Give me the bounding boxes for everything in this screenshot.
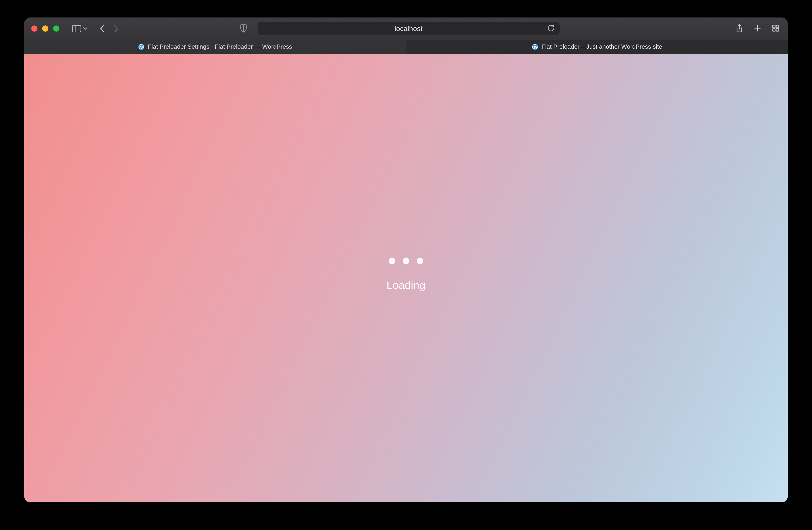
sidebar-toggle-button[interactable] xyxy=(72,25,87,32)
preloader-dots xyxy=(389,257,423,264)
reload-button[interactable] xyxy=(548,25,554,33)
preloader-dot xyxy=(403,257,409,264)
preloader-dot xyxy=(389,257,395,264)
preloader-dot xyxy=(417,257,423,264)
window-controls xyxy=(31,25,59,32)
tab-overview-button[interactable] xyxy=(772,25,779,33)
new-tab-button[interactable] xyxy=(754,25,761,33)
back-button[interactable] xyxy=(99,25,104,33)
chevron-down-icon xyxy=(83,27,87,30)
navigation-buttons xyxy=(99,25,119,33)
safari-toolbar: localhost xyxy=(24,17,788,40)
grid-icon xyxy=(772,25,779,32)
svg-rect-0 xyxy=(72,25,81,32)
tab-label: Flat Preloader – Just another WordPress … xyxy=(541,43,662,50)
wordpress-icon xyxy=(532,44,538,50)
window-close-button[interactable] xyxy=(31,25,38,32)
shield-icon xyxy=(240,24,247,33)
svg-rect-4 xyxy=(773,29,775,31)
safari-window: localhost xyxy=(24,17,788,502)
tab-strip: Flat Preloader Settings ‹ Flat Preloader… xyxy=(24,40,788,54)
reload-icon xyxy=(548,25,554,32)
plus-icon xyxy=(754,25,761,32)
chevron-right-icon xyxy=(114,25,119,33)
url-host: localhost xyxy=(395,25,422,33)
forward-button[interactable] xyxy=(114,25,119,33)
svg-rect-2 xyxy=(773,25,775,28)
tab-settings[interactable]: Flat Preloader Settings ‹ Flat Preloader… xyxy=(24,40,406,54)
privacy-report-button[interactable] xyxy=(240,24,247,33)
wordpress-icon xyxy=(138,44,145,50)
window-fullscreen-button[interactable] xyxy=(53,25,59,32)
svg-rect-3 xyxy=(776,25,779,28)
url-bar[interactable]: localhost xyxy=(257,22,560,36)
share-icon xyxy=(736,24,743,33)
share-button[interactable] xyxy=(736,24,743,34)
sidebar-icon xyxy=(72,25,81,32)
window-minimize-button[interactable] xyxy=(42,25,48,32)
tab-label: Flat Preloader Settings ‹ Flat Preloader… xyxy=(148,43,292,50)
chevron-left-icon xyxy=(99,25,104,33)
svg-rect-5 xyxy=(776,29,779,31)
preloader-overlay: Loading xyxy=(24,54,788,502)
page-viewport: Loading xyxy=(24,54,788,502)
preloader-text: Loading xyxy=(387,279,425,292)
tab-site-frontend[interactable]: Flat Preloader – Just another WordPress … xyxy=(406,40,788,54)
toolbar-right xyxy=(736,24,779,34)
